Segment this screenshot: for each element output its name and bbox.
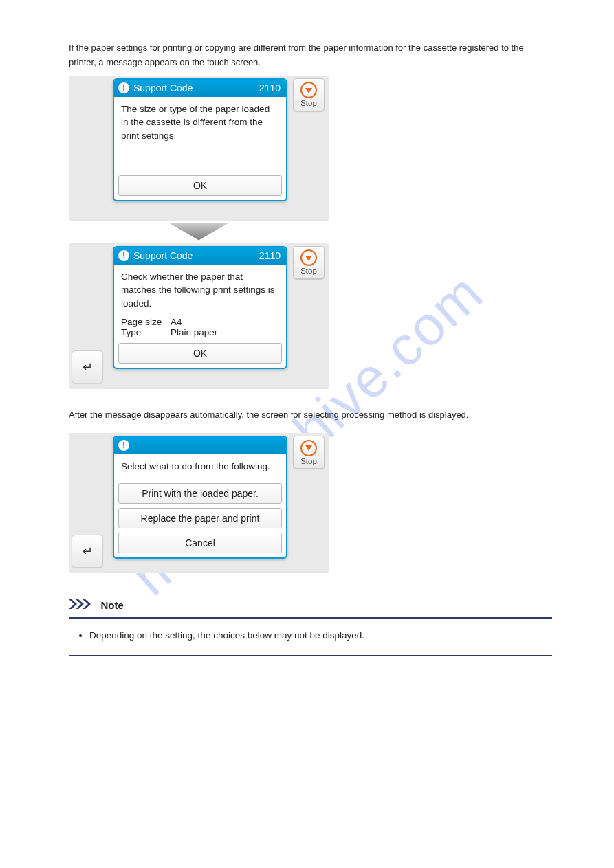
stop-label: Stop [300, 267, 317, 275]
support-code: 2110 [259, 250, 281, 261]
printer-screen-1: ! Support Code 2110 The size or type of … [69, 76, 329, 221]
dialog-header: ! Support Code 2110 [114, 80, 286, 97]
note-chevrons-icon [69, 599, 94, 609]
error-dialog-2: ! Support Code 2110 Check whether the pa… [113, 246, 287, 370]
stop-button[interactable]: Stop [293, 436, 325, 469]
note-heading: Note [100, 599, 123, 611]
note-item: Depending on the setting, the choices be… [89, 628, 552, 644]
back-icon: ↵ [83, 544, 93, 559]
error-dialog-1: ! Support Code 2110 The size or type of … [113, 78, 287, 202]
ok-button[interactable]: OK [118, 343, 282, 364]
dialog-message: Select what to do from the following. [114, 454, 286, 476]
dialog-header: ! Support Code 2110 [114, 247, 286, 265]
action-dialog: ! Select what to do from the following. … [113, 436, 287, 559]
type-label: Type [121, 327, 171, 337]
cancel-button[interactable]: Cancel [118, 533, 282, 553]
note-section: Note Depending on the setting, the choic… [69, 599, 552, 656]
svg-marker-0 [69, 599, 77, 609]
dialog-message: The size or type of the paper loaded in … [114, 97, 286, 146]
stop-icon [300, 440, 317, 456]
dialog-title: Support Code [133, 250, 259, 261]
note-rule-top [69, 617, 552, 619]
ok-button[interactable]: OK [118, 175, 282, 196]
stop-button[interactable]: Stop [293, 246, 325, 279]
print-loaded-paper-button[interactable]: Print with the loaded paper. [118, 483, 282, 504]
back-icon: ↵ [83, 359, 93, 375]
note-rule-bottom [69, 655, 552, 656]
page-size-value: A4 [171, 317, 182, 327]
stop-icon [300, 82, 317, 98]
intro-paragraph: If the paper settings for printing or co… [69, 41, 552, 70]
mid-paragraph: After the message disappears automatical… [69, 408, 552, 423]
support-code: 2110 [259, 82, 281, 93]
replace-paper-button[interactable]: Replace the paper and print [118, 508, 282, 528]
alert-icon: ! [118, 440, 129, 451]
dialog-title: Support Code [133, 82, 259, 93]
dialog-header: ! [114, 437, 286, 454]
alert-icon: ! [118, 250, 129, 261]
stop-label: Stop [300, 457, 317, 465]
back-button[interactable]: ↵ [72, 535, 103, 568]
printer-screen-3: ! Select what to do from the following. … [69, 433, 329, 573]
note-list: Depending on the setting, the choices be… [69, 628, 552, 644]
type-value: Plain paper [171, 327, 217, 337]
manual-page: manualshive.com If the paper settings fo… [0, 0, 614, 868]
page-size-label: Page size [121, 317, 171, 327]
stop-icon [300, 249, 317, 266]
printer-screen-2: ! Support Code 2110 Check whether the pa… [69, 243, 329, 389]
stop-label: Stop [300, 99, 317, 107]
down-arrow [69, 221, 329, 243]
settings-table: Page size A4 Type Plain paper [114, 313, 286, 340]
dialog-message: Check whether the paper that matches the… [114, 265, 286, 313]
stop-button[interactable]: Stop [293, 78, 325, 111]
alert-icon: ! [118, 82, 129, 93]
screenshot-stack: ! Support Code 2110 The size or type of … [69, 76, 552, 389]
back-button[interactable]: ↵ [72, 350, 103, 383]
